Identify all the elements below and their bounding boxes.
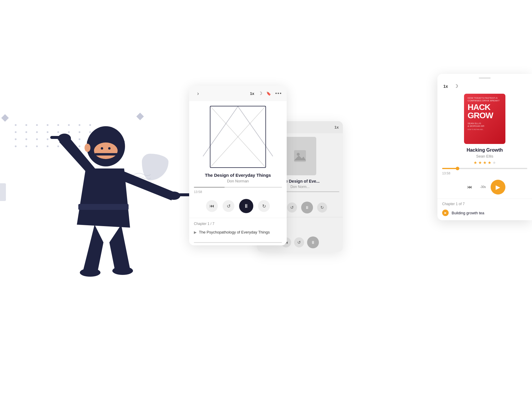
controls-row-1: ⏮ ↺ ⏸ ↻ <box>189 197 287 218</box>
star-2: ★ <box>478 160 482 165</box>
cover-title-grow: GROW <box>468 111 493 120</box>
chapter-item-1[interactable]: ▶ The Psychopathology of Everyday Things <box>194 228 282 236</box>
cover-tagline: HOW TODAY'S FASTEST-GCOMPANIES DRIVE BRE… <box>468 97 499 102</box>
time-display-1: 13:58 <box>189 189 287 197</box>
speed-label-1: 1x <box>250 91 254 96</box>
svg-point-11 <box>108 147 111 150</box>
bookmark-icon-1: 🔖 <box>266 91 271 96</box>
book-author-1: Don Norman <box>189 179 287 187</box>
book-image-placeholder-2 <box>284 137 316 175</box>
star-5: ★ <box>492 160 496 165</box>
expand-button-1[interactable] <box>194 89 202 98</box>
book-cover-area-1 <box>189 101 287 173</box>
chapter-triangle-3: ▶ <box>445 211 447 214</box>
skip-back-button-3[interactable]: ⏮ <box>464 181 475 193</box>
book-cover-real-3: HOW TODAY'S FASTEST-GCOMPANIES DRIVE BRE… <box>464 94 505 144</box>
stars-row-3: ★ ★ ★ ★ ★ <box>437 160 532 168</box>
forward-button-1[interactable]: ↻ <box>258 200 270 212</box>
chapter-play-icon-1: ▶ <box>194 230 197 234</box>
progress-fill-1 <box>194 187 225 188</box>
book-cover-placeholder-1 <box>210 106 266 168</box>
chapter-title-1: The Psychopathology of Everyday Things <box>199 230 270 234</box>
time-display-3: 13:58 <box>437 170 532 177</box>
progress-bar-3[interactable] <box>437 168 532 170</box>
forward-button-2[interactable]: ↻ <box>317 202 327 213</box>
cover-description: HOW TO RETAIN AND... <box>468 129 484 130</box>
svg-point-10 <box>101 147 103 150</box>
dark-mode-icon-3: ☽ <box>454 83 458 89</box>
speed-label-2: 1x <box>335 125 339 129</box>
svg-point-1 <box>112 267 133 275</box>
chapter-label-3: Chapter 1 of 7 <box>442 202 527 206</box>
image-icon <box>294 150 306 162</box>
player-card-3: 1x ☽ HOW TODAY'S FASTEST-GCOMPANIES DRIV… <box>437 74 532 220</box>
progress-track-1 <box>194 187 282 188</box>
chapter-label-1: Chapter 1 / 7 <box>194 222 282 226</box>
progress-track-3 <box>442 168 527 169</box>
progress-bar-1[interactable] <box>189 187 287 189</box>
player-card-1: 1x ☽ 🔖 ••• The Design of Everyday Things… <box>189 86 287 245</box>
progress-fill-3 <box>442 168 458 169</box>
replay-button-2b[interactable]: ↺ <box>294 237 304 247</box>
svg-point-0 <box>80 268 100 277</box>
pause-button-2[interactable]: ⏸ <box>301 202 313 213</box>
chevron-right-icon <box>197 90 199 97</box>
diamond-decoration-2 <box>1 114 9 121</box>
ninja-illustration <box>30 59 195 290</box>
replay-button-1[interactable]: ↺ <box>223 200 234 212</box>
controls-row-3: ⏮ -30s ▶ <box>437 177 532 199</box>
chapter-section-3: Chapter 1 of 7 ▶ Building growth tea <box>437 199 532 220</box>
svg-rect-4 <box>50 136 66 139</box>
chapter-title-3: Building growth tea <box>452 211 484 215</box>
handle-bar-3 <box>479 77 491 79</box>
chapter-play-circle-3: ▶ <box>442 210 449 216</box>
scroll-indicator-1 <box>194 242 282 243</box>
chapter-section-1: Chapter 1 / 7 ▶ The Psychopathology of E… <box>189 218 287 240</box>
chapter-item-3[interactable]: ▶ Building growth tea <box>442 208 527 217</box>
svg-point-17 <box>297 153 300 156</box>
more-icon-1: ••• <box>275 91 282 96</box>
replay-button-2[interactable]: ↺ <box>287 202 297 213</box>
star-3: ★ <box>483 160 487 165</box>
speed-label-3: 1x <box>443 84 448 89</box>
svg-point-9 <box>94 142 118 159</box>
pause-button-1[interactable]: ⏸ <box>239 199 253 213</box>
svg-rect-12 <box>95 153 118 155</box>
player-card-1-topbar: 1x ☽ 🔖 ••• <box>189 86 287 101</box>
book-author-3: Sean Ellis <box>437 154 532 160</box>
play-button-3[interactable]: ▶ <box>491 180 505 194</box>
book-title-1: The Design of Everyday Things <box>189 173 287 179</box>
skip-label-3: -30s <box>480 185 486 189</box>
book-title-3: Hacking Growth <box>437 147 532 154</box>
cover-title-hack: HACK <box>468 103 490 111</box>
star-4: ★ <box>488 160 492 165</box>
star-1: ★ <box>473 160 477 165</box>
progress-thumb-3 <box>456 167 459 170</box>
sleep-icon-1: ☽ <box>258 91 262 96</box>
svg-point-13 <box>85 144 90 152</box>
speed-dark-row: 1x ☽ <box>437 81 532 90</box>
side-rect-decoration <box>0 183 6 201</box>
svg-rect-2 <box>78 204 129 210</box>
cover-author-names: SEAN ELLIS& MORGAN BR <box>468 122 484 127</box>
skip-back-button-1[interactable]: ⏮ <box>206 200 218 212</box>
pause-button-2b[interactable]: ⏸ <box>307 236 319 248</box>
